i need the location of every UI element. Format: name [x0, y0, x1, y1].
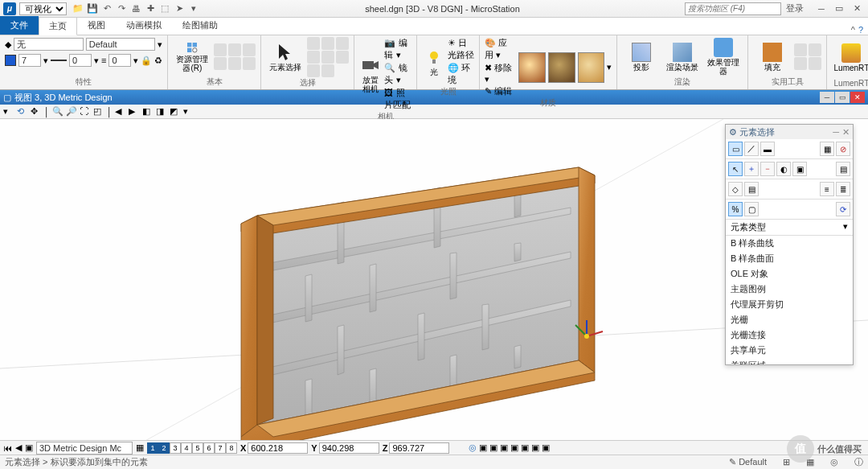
coord-x-value[interactable]: 600.218 [248, 442, 308, 454]
base-tool-icon[interactable] [214, 57, 227, 70]
view-display-icon[interactable]: ◨ [156, 106, 167, 117]
sel-mode-individual[interactable]: ▭ [728, 142, 743, 156]
ribbon-collapse-icon[interactable]: ^ [851, 25, 855, 35]
tab-view[interactable]: 视图 [77, 16, 116, 35]
sel-method-add[interactable]: ＋ [744, 162, 759, 176]
viewport-3d[interactable]: ⚙ 元素选择─✕ ▭ ／ ▬ ▦ ⊘ ↖ ＋ － ◐ ▣ ▤ ◇ ▤ ≡ ≣ %… [0, 119, 868, 455]
fx-manager-button[interactable]: 效果管理器 [704, 38, 743, 76]
login-link[interactable]: 登录 [786, 2, 804, 14]
sel-method-new[interactable]: ↖ [728, 162, 743, 176]
nav-first-icon[interactable]: ⏮ [3, 443, 12, 453]
view-groups-icon[interactable]: ▦ [136, 442, 144, 453]
view-page-6[interactable]: 6 [203, 442, 215, 454]
view-prev-icon[interactable]: ◀ [115, 106, 126, 117]
gear-icon[interactable]: ⚙ [729, 127, 737, 138]
qat-redo-icon[interactable]: ↷ [115, 2, 128, 15]
tab-draw[interactable]: 绘图辅助 [172, 16, 228, 35]
base-tool-icon[interactable] [214, 43, 227, 56]
util-tool-icon[interactable] [794, 43, 807, 56]
select-tool-icon[interactable] [321, 64, 334, 77]
base-tool-icon[interactable] [243, 57, 256, 70]
trans-field[interactable]: 0 [108, 54, 131, 67]
element-selection-panel[interactable]: ⚙ 元素选择─✕ ▭ ／ ▬ ▦ ⊘ ↖ ＋ － ◐ ▣ ▤ ◇ ▤ ≡ ≣ %… [725, 124, 854, 365]
view-rotate-icon[interactable]: ⟲ [17, 106, 28, 117]
tab-home[interactable]: 主页 [39, 17, 77, 35]
sel-method-all[interactable]: ▣ [792, 162, 807, 176]
nav-prev-icon[interactable]: ◀ [15, 442, 22, 453]
filter-list-item[interactable]: 代理展开剪切 [726, 297, 853, 312]
fill-button[interactable]: 填充 [753, 43, 792, 72]
chevron-down-icon[interactable]: ▾ [843, 221, 848, 233]
workflow-select[interactable]: 可视化 [19, 2, 67, 15]
view-page-7[interactable]: 7 [215, 442, 226, 454]
view-page-2[interactable]: 2 [158, 442, 170, 454]
cube-icon[interactable]: ▣ [521, 442, 529, 453]
view-close-icon[interactable]: ✕ [850, 92, 865, 103]
util-tool-icon[interactable] [809, 43, 821, 56]
cube-icon[interactable]: ▣ [542, 442, 550, 453]
select-tool-icon[interactable] [307, 51, 320, 64]
environment-button[interactable]: 🌐 环境 [448, 62, 475, 86]
material-preview-3[interactable] [578, 52, 605, 83]
sun-path-button[interactable]: ☀ 日光路径 [448, 37, 475, 61]
camera-lens-button[interactable]: 🔍 镜头 ▾ [384, 62, 411, 86]
status-level[interactable]: Default [739, 457, 767, 467]
filter-tab-4[interactable]: ≣ [836, 182, 850, 196]
filter-list-item[interactable]: 共享单元 [726, 343, 853, 358]
float-close-icon[interactable]: ✕ [842, 127, 850, 138]
view-window-icon[interactable]: ◰ [93, 106, 104, 117]
element-select-button[interactable]: 元素选择 [266, 43, 305, 72]
view-pan-icon[interactable]: ✥ [31, 106, 42, 117]
sel-settings-icon[interactable]: ▤ [836, 162, 850, 176]
lumenrt-button[interactable]: LumenRT [832, 43, 868, 72]
view-fit-icon[interactable]: ⛶ [80, 106, 91, 117]
qat-save-icon[interactable]: 💾 [86, 2, 99, 15]
place-camera-button[interactable]: 放置相机 [359, 56, 382, 93]
camera-edit-button[interactable]: 📷 编辑 ▾ [384, 37, 411, 61]
fill-field[interactable]: 0 [69, 54, 92, 67]
filter-list-item[interactable]: 关联区域 [726, 358, 853, 364]
ribbon-search-input[interactable] [685, 2, 781, 15]
material-edit-button[interactable]: ✎ 编辑 [485, 85, 515, 97]
snap-icon[interactable]: ◎ [469, 442, 477, 453]
filter-tab-2[interactable]: ▤ [744, 182, 759, 196]
select-tool-icon[interactable] [321, 37, 334, 50]
qat-open-icon[interactable]: 📁 [72, 2, 84, 15]
sel-method-inv[interactable]: ◐ [776, 162, 791, 176]
cube-icon[interactable]: ▣ [510, 442, 518, 453]
coord-y-value[interactable]: 940.298 [319, 442, 379, 454]
cube-icon[interactable]: ▣ [479, 442, 487, 453]
filter-list-item[interactable]: OLE 对象 [726, 266, 853, 282]
sel-clear-icon[interactable]: ▦ [820, 142, 834, 156]
select-tool-icon[interactable] [307, 64, 320, 77]
select-tool-icon[interactable] [336, 37, 349, 50]
view-next-icon[interactable]: ▶ [129, 106, 140, 117]
util-tool-icon[interactable] [794, 57, 807, 70]
view-page-1[interactable]: 1 [147, 442, 158, 454]
material-remove-button[interactable]: ✖ 移除 ▾ [485, 62, 515, 84]
style-more-icon[interactable]: ▾ [158, 39, 162, 50]
view-page-5[interactable]: 5 [192, 442, 203, 454]
level-field[interactable]: 无 [14, 38, 84, 51]
material-preview-2[interactable] [548, 52, 575, 83]
sel-mode-line[interactable]: ／ [744, 142, 759, 156]
view-page-3[interactable]: 3 [170, 442, 181, 454]
cube-icon[interactable]: ▣ [500, 442, 508, 453]
color-swatch[interactable] [5, 55, 16, 66]
qat-dropdown-icon[interactable]: ▾ [187, 2, 200, 15]
material-apply-button[interactable]: 🎨 应用 ▾ [485, 37, 515, 61]
tab-file[interactable]: 文件 [0, 16, 39, 35]
filter-list-item[interactable]: 光栅连接 [726, 327, 853, 343]
style-field[interactable]: Default [86, 38, 156, 51]
view-max-icon[interactable]: ▭ [835, 92, 850, 103]
sel-cancel-icon[interactable]: ⊘ [836, 142, 850, 156]
render-scene-button[interactable]: 渲染场景 [663, 43, 702, 72]
weight-field[interactable]: 7 [18, 54, 41, 67]
view-zoom-out-icon[interactable]: 🔎 [66, 106, 77, 117]
base-tool-icon[interactable] [228, 43, 241, 56]
reset-icon[interactable]: ♻ [154, 56, 162, 66]
select-tool-icon[interactable] [336, 51, 349, 64]
view-more-icon[interactable]: ▾ [183, 106, 194, 117]
qat-print-icon[interactable]: 🖶 [129, 2, 142, 15]
filter-mode-type[interactable]: % [728, 202, 743, 216]
